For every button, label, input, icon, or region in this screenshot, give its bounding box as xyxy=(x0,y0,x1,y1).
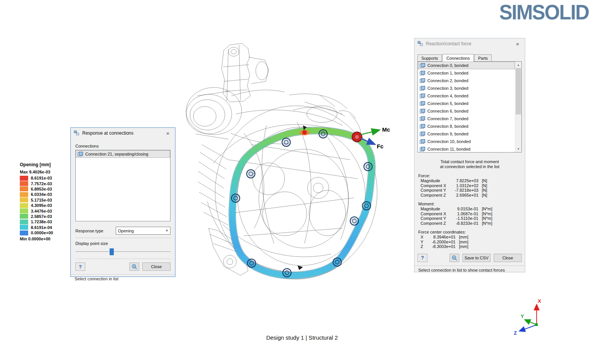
connection-icon xyxy=(420,78,425,83)
connection-label: Connection 2, bonded xyxy=(427,78,469,83)
color-swatch xyxy=(20,208,28,213)
save-to-csv-button[interactable]: Save to CSV xyxy=(462,254,491,262)
connection-icon xyxy=(420,63,425,68)
connection-label: Connection 7, bonded xyxy=(427,116,469,121)
slider-handle[interactable] xyxy=(110,248,114,255)
min-opening-marker xyxy=(298,265,303,270)
scroll-up-icon[interactable]: ▲ xyxy=(515,62,521,68)
list-item[interactable]: Connection 21, separating/closing xyxy=(76,150,170,158)
divider xyxy=(75,259,171,259)
scrollbar-thumb[interactable] xyxy=(516,68,521,114)
point-size-slider[interactable] xyxy=(75,248,171,256)
help-button[interactable]: ? xyxy=(75,262,85,271)
coordinate-row: Z-8.3003e+01[mm] xyxy=(414,244,525,249)
response-connections-list[interactable]: Connection 21, separating/closing xyxy=(75,150,171,221)
list-item[interactable]: Connection 10, bonded xyxy=(418,138,515,145)
legend-entry: 8.6191e-04 xyxy=(20,225,53,230)
close-button[interactable]: Close xyxy=(142,262,171,271)
connection-icon xyxy=(420,109,425,113)
connection-icon xyxy=(420,94,425,98)
close-icon[interactable]: × xyxy=(513,40,523,48)
connection-label: Connection 5, bonded xyxy=(427,101,469,106)
list-item[interactable]: Connection 11, bonded xyxy=(418,145,515,153)
list-item[interactable]: Connection 6, bonded xyxy=(418,107,515,115)
force-row: Magnitude7.8225e+03[N] xyxy=(414,178,525,183)
result-legend: Opening [mm] Max 9.4026e-03 8.6191e-03 7… xyxy=(20,162,53,242)
color-swatch xyxy=(20,230,28,235)
selected-connection-marker xyxy=(352,132,362,142)
z-axis-arrow xyxy=(520,325,537,331)
list-item[interactable]: Connection 4, bonded xyxy=(418,92,515,100)
triad-origin xyxy=(535,323,538,326)
design-study-caption: Design study 1 | Structural 2 xyxy=(0,334,604,341)
list-item[interactable]: Connection 1, bonded xyxy=(418,69,515,77)
list-item[interactable]: Connection 7, bonded xyxy=(418,115,515,122)
y-axis-label: Y xyxy=(521,313,524,319)
moment-label: Mc xyxy=(382,126,390,133)
app-logo: SIMSOLID xyxy=(499,0,589,24)
force-label: Fc xyxy=(377,143,384,149)
moment-vector-arrow xyxy=(361,130,379,135)
connection-icon xyxy=(78,152,83,156)
help-button[interactable]: ? xyxy=(418,254,427,262)
connection-label: Connection 3, bonded xyxy=(427,86,469,91)
color-swatch xyxy=(20,197,28,202)
moment-row: Magnitude9.0153e-01[N*m] xyxy=(414,207,525,211)
magnifier-icon xyxy=(452,255,457,261)
reaction-contact-force-dialog: Reaction/contact force × Supports Connec… xyxy=(414,38,525,272)
list-item[interactable]: Connection 3, bonded xyxy=(418,84,515,92)
legend-entry: 3.4476e-03 xyxy=(20,208,53,213)
response-type-value: Opening xyxy=(118,229,134,233)
force-group: Force: Magnitude7.8225e+03[N] Component … xyxy=(414,173,525,197)
coordinate-triad[interactable]: X Y Z xyxy=(510,297,548,337)
response-at-connections-dialog: Response at connections × Connections Co… xyxy=(70,127,175,277)
reaction-connections-list[interactable]: Connection 0, bonded Connection 1, bonde… xyxy=(418,61,522,153)
connection-icon xyxy=(420,101,425,106)
connection-label: Connection 11, bonded xyxy=(427,147,470,151)
tab-connections[interactable]: Connections xyxy=(442,54,474,62)
connections-section-label: Connections xyxy=(75,144,171,148)
legend-min: Min 0.0000e+00 xyxy=(20,237,53,241)
connection-icon xyxy=(420,124,425,129)
close-button[interactable]: Close xyxy=(494,254,522,262)
scrollbar[interactable]: ▲ ▼ xyxy=(515,62,521,152)
tab-supports[interactable]: Supports xyxy=(418,54,442,61)
legend-entry: 0.0000e+00 xyxy=(20,230,53,235)
scroll-down-icon[interactable]: ▼ xyxy=(515,146,521,152)
moment-group: Moment: Magnitude9.0153e-01[N*m] Compone… xyxy=(414,202,525,226)
dialog-status-text: Select connection in list xyxy=(71,274,175,281)
list-item[interactable]: Connection 0, bonded xyxy=(418,62,515,69)
zoom-button[interactable] xyxy=(449,254,459,262)
close-icon[interactable]: × xyxy=(163,129,173,137)
color-swatch xyxy=(20,225,28,230)
zoom-button[interactable] xyxy=(129,262,139,271)
color-swatch xyxy=(20,181,28,186)
point-size-label: Display point size xyxy=(75,241,171,246)
moment-row: Component X1.0687e-01[N*m] xyxy=(414,211,525,216)
moment-row: Component Z-8.8233e-01[N*m] xyxy=(414,221,525,226)
moment-row: Component Y-1.5110e-01[N*m] xyxy=(414,216,525,221)
dialog-titlebar[interactable]: Reaction/contact force × xyxy=(414,38,525,49)
list-item[interactable]: Connection 5, bonded xyxy=(418,100,515,107)
legend-entry: 8.6191e-03 xyxy=(20,175,53,181)
slider-track xyxy=(75,251,171,252)
y-axis-arrow xyxy=(525,320,537,325)
list-item[interactable]: Connection 9, bonded xyxy=(418,130,515,138)
model-viewport[interactable]: Mc Fc xyxy=(183,36,396,299)
tab-strip: Supports Connections Parts xyxy=(418,54,522,61)
tab-parts[interactable]: Parts xyxy=(474,54,492,61)
list-item[interactable]: Connection 8, bonded xyxy=(418,122,515,130)
legend-max: Max 9.4026e-03 xyxy=(20,170,53,174)
coordinate-row: X8.3946e+01[mm] xyxy=(414,235,525,240)
info-header: Total contact force and moment at connec… xyxy=(414,159,525,169)
connection-label: Connection 6, bonded xyxy=(427,109,469,113)
color-swatch xyxy=(20,203,28,208)
response-type-label: Response type xyxy=(75,229,103,233)
connection-label: Connection 1, bonded xyxy=(427,71,469,75)
list-item[interactable]: Connection 2, bonded xyxy=(418,77,515,84)
legend-entry: 5.1715e-03 xyxy=(20,197,53,203)
color-swatch xyxy=(20,186,28,191)
dialog-titlebar[interactable]: Response at connections × xyxy=(71,128,175,138)
response-type-select[interactable]: Opening ▼ xyxy=(116,227,171,235)
connection-label: Connection 4, bonded xyxy=(427,94,469,98)
